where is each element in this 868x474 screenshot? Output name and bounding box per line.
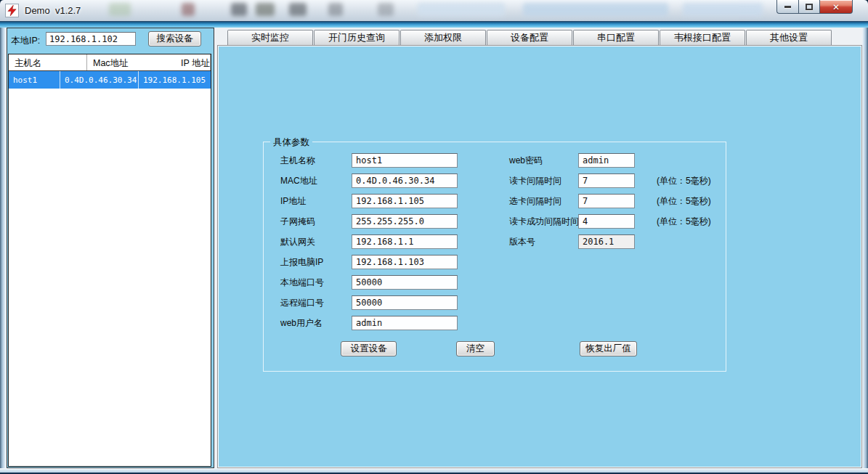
blurred-desktop-decoration [109, 3, 131, 16]
device-list-panel: 本地IP: 搜索设备 主机名 Mac地址 IP 地址 [7, 28, 214, 468]
field-input[interactable] [352, 214, 458, 229]
blurred-desktop-decoration [683, 3, 763, 16]
blurred-desktop-decoration [523, 3, 668, 16]
tab-control: 实时监控 开门历史查询 添加权限 设备配置 串口配置 [217, 28, 862, 468]
tab[interactable]: 添加权限 [400, 30, 486, 45]
field-label: 读卡成功间隔时间 [509, 216, 578, 228]
tab-label: 其他设置 [770, 31, 808, 44]
parameters-groupbox: 具体参数 主机名称 MAC地址 [263, 142, 726, 372]
close-button[interactable] [819, 0, 853, 14]
field-unit-label: (单位：5毫秒) [657, 216, 711, 228]
blurred-desktop-decoration [256, 3, 275, 16]
version-row: 版本号 [509, 234, 711, 249]
maximize-button[interactable] [798, 0, 819, 14]
window-title: Demo v1.2.7 [25, 5, 81, 16]
blurred-desktop-decoration [418, 3, 505, 16]
form-row: 上报电脑IP [280, 255, 458, 269]
field-label: 本地端口号 [280, 277, 352, 289]
tab-bar: 实时监控 开门历史查询 添加权限 设备配置 串口配置 [217, 28, 862, 45]
device-table-header: 主机名 Mac地址 IP 地址 [9, 54, 211, 71]
form-row: 默认网关 [280, 234, 458, 249]
form-right-column: web密码 读卡间隔时间 (单位：5毫秒) [509, 153, 711, 255]
blurred-desktop-decoration [182, 3, 195, 16]
tab-label: 添加权限 [424, 31, 462, 44]
form-left-column: 主机名称 MAC地址 IP地址 [280, 153, 458, 336]
tab[interactable]: 韦根接口配置 [660, 30, 745, 45]
field-input[interactable] [352, 194, 458, 208]
window-controls [776, 0, 853, 14]
tab-label: 韦根接口配置 [674, 31, 731, 44]
field-label: web密码 [509, 155, 578, 167]
form-row: 本地端口号 [280, 275, 458, 290]
device-table-column-header[interactable]: 主机名 [9, 54, 87, 70]
tab[interactable]: 开门历史查询 [314, 30, 399, 45]
field-label: 上报电脑IP [280, 256, 352, 269]
minimize-icon [784, 6, 791, 8]
field-label: 远程端口号 [280, 297, 352, 309]
field-input[interactable] [578, 173, 635, 188]
local-ip-label: 本地IP: [11, 35, 40, 47]
form-row: 读卡成功间隔时间 (单位：5毫秒) [509, 214, 711, 229]
field-input[interactable] [578, 214, 635, 229]
blurred-desktop-decoration [231, 3, 247, 16]
maximize-icon [806, 4, 813, 10]
form-row: IP地址 [280, 194, 458, 208]
field-unit-label: (单位：5毫秒) [657, 195, 711, 208]
tab-label: 串口配置 [597, 31, 635, 44]
field-input[interactable] [352, 173, 458, 188]
field-input[interactable] [352, 153, 458, 168]
field-label: 选卡间隔时间 [509, 195, 578, 208]
field-input[interactable] [352, 234, 458, 249]
form-row: 主机名称 [280, 153, 458, 168]
device-ip-cell: 192.168.1.105 [139, 71, 211, 89]
field-label: MAC地址 [280, 175, 352, 187]
tab-label: 实时监控 [251, 31, 289, 44]
window-frame-top [0, 22, 868, 28]
app-window: Demo v1.2.7 本地IP: 搜索设备 主机名 Mac地址 [0, 0, 868, 474]
set-device-button[interactable]: 设置设备 [341, 341, 397, 356]
field-label: web用户名 [280, 317, 352, 330]
field-input[interactable] [352, 316, 458, 330]
device-host-cell: host1 [9, 71, 60, 89]
tab[interactable]: 实时监控 [227, 30, 313, 45]
device-table-column-header[interactable]: Mac地址 [87, 54, 175, 70]
client-area: 本地IP: 搜索设备 主机名 Mac地址 IP 地址 [6, 28, 862, 468]
tab[interactable]: 设备配置 [487, 30, 572, 45]
tab[interactable]: 串口配置 [573, 30, 659, 45]
field-input[interactable] [352, 295, 458, 310]
field-input[interactable] [352, 275, 458, 290]
field-input[interactable] [578, 194, 635, 208]
blurred-desktop-decoration [378, 3, 394, 16]
app-logo-icon [5, 4, 19, 17]
restore-factory-button[interactable]: 恢复出厂值 [580, 341, 637, 356]
tab-label: 开门历史查询 [328, 31, 385, 44]
window-frame-left [0, 28, 6, 468]
form-row: 选卡间隔时间 (单位：5毫秒) [509, 194, 711, 208]
field-label: 读卡间隔时间 [509, 175, 578, 187]
window-frame-right [862, 28, 868, 468]
local-ip-input[interactable] [46, 32, 136, 46]
form-row: web用户名 [280, 316, 458, 330]
field-input[interactable] [352, 255, 458, 269]
field-input[interactable] [578, 153, 635, 168]
form-row: 读卡间隔时间 (单位：5毫秒) [509, 173, 711, 188]
search-device-button[interactable]: 搜索设备 [148, 31, 201, 46]
right-fields: web密码 读卡间隔时间 (单位：5毫秒) [509, 153, 711, 229]
form-row: web密码 [509, 153, 711, 168]
version-label: 版本号 [509, 236, 578, 248]
device-table-body: host1 0.4D.0.46.30.34 192.168.1.105 [9, 71, 211, 89]
tab-label: 设备配置 [511, 31, 548, 44]
device-config-page: 具体参数 主机名称 MAC地址 [217, 45, 862, 468]
field-label: 子网掩码 [280, 216, 352, 228]
tab[interactable]: 其他设置 [746, 30, 832, 45]
minimize-button[interactable] [776, 0, 798, 14]
device-table-column-header[interactable]: IP 地址 [175, 54, 211, 70]
close-icon [832, 0, 840, 13]
form-row: 子网掩码 [280, 214, 458, 229]
clear-button[interactable]: 清空 [456, 341, 495, 356]
field-label: IP地址 [280, 195, 352, 208]
form-row: 远程端口号 [280, 295, 458, 310]
device-table: 主机名 Mac地址 IP 地址 host1 0.4D.0.46.30.34 19… [8, 54, 211, 467]
device-table-row[interactable]: host1 0.4D.0.46.30.34 192.168.1.105 [9, 71, 211, 89]
window-frame-bottom [0, 468, 868, 474]
